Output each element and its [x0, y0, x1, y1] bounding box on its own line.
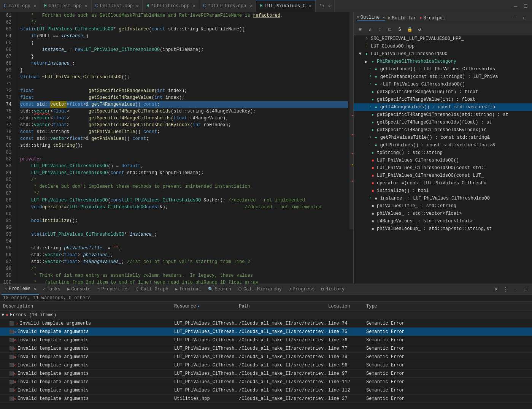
outline-item-gett4rangevalues[interactable]: s ● getT4RangeValues() : const std::vect… [354, 103, 532, 111]
outline-item-src-retrieval[interactable]: # SRC_RETRIEVAL_LUT_PHIVALUESOO_HPP_ [354, 35, 532, 43]
outline-item-ctor3[interactable]: ■ LUT_PhiValues_CiThresholdsOO(const LUT… [354, 172, 532, 179]
table-row[interactable]: ⬛✕ Invalid template arguments LUT_PhiVal… [0, 344, 532, 353]
outline-item-ctor2[interactable]: ■ LUT_PhiValues_CiThresholdsOO(const std… [354, 164, 532, 172]
maximize-panel-button[interactable]: □ [521, 14, 529, 22]
more-button[interactable]: ⋮ [502, 285, 510, 293]
table-row[interactable]: ⬛✕ Invalid template arguments LUT_PhiVal… [0, 369, 532, 378]
outline-item-getinstance2[interactable]: s ● getInstance(const std::string&) : LU… [354, 73, 532, 81]
editor-scrollbar[interactable] [348, 12, 353, 284]
column-header-type[interactable]: Type [365, 304, 410, 309]
code-line: if(NULL == instance_) [20, 33, 348, 40]
link-editor-button[interactable]: ⇄ [366, 25, 374, 34]
tab-utilities-hpp[interactable]: H *Utilities.hpp ✕ [143, 0, 199, 12]
table-row[interactable]: ⬛✕ Invalid template arguments LUT_PhiVal… [0, 336, 532, 344]
tab-console[interactable]: ▶ Console [64, 284, 94, 295]
sort-button[interactable]: ↕ [376, 25, 384, 34]
hide-fields-button[interactable]: □ [386, 25, 394, 34]
close-icon[interactable]: ✕ [85, 4, 87, 8]
code-content[interactable]: * Fortran code such as GetCloudMaskPhiTa… [17, 12, 348, 284]
outline-item-getphititle[interactable]: c ● getPhiValuesTitle() : const std::str… [354, 134, 532, 141]
tab-unittest-cpp[interactable]: C UnitTest.cpp ✕ [92, 0, 143, 12]
outline-item-gett4ci2[interactable]: ● getSpecificT4RangeCiThresholds(float) … [354, 119, 532, 126]
outline-close-icon[interactable]: ✕ [383, 15, 385, 20]
tab-search[interactable]: 🔍 Search [205, 284, 234, 295]
column-header-location[interactable]: Location [327, 304, 365, 309]
column-header-path[interactable]: Path [237, 304, 327, 309]
tab-call-hierarchy[interactable]: ⬡ Call Hierarchy [235, 284, 285, 295]
outline-item-t4range[interactable]: ■ t4RangeValues_ : std::vector<float> [354, 217, 532, 225]
tab-problems[interactable]: ⚠ Problems ✕ [2, 284, 39, 295]
table-row[interactable]: ⬛✕ Invalid template arguments Utilities.… [0, 395, 532, 403]
close-icon[interactable]: ✕ [33, 287, 36, 291]
outline-item-destructor[interactable]: s ● ~LUT_PhiValues_CiThresholdsOO() [354, 81, 532, 88]
outline-item-operator[interactable]: ■ operator =(const LUT_PhiValues_CiThres… [354, 179, 532, 187]
tab-history[interactable]: ⊟ History [318, 284, 348, 295]
field-icon: ■ [370, 203, 376, 209]
outline-item-class[interactable]: ▼ ● LUT_PhiValues_CiThresholdsOO [354, 50, 532, 58]
minimize-panel-button[interactable]: — [511, 14, 519, 22]
column-header-description[interactable]: Description [0, 304, 173, 309]
problems-table[interactable]: Description Resource ▲ Path Location Typ… [0, 302, 532, 409]
maximize-bottom-button[interactable]: □ [521, 285, 530, 293]
outline-item-gett4[interactable]: ● getSpecificT4RangeValue(int) : float [354, 96, 532, 103]
tab-utilities-cpp[interactable]: C *Utilities.cpp ✕ [199, 0, 256, 12]
table-row[interactable]: ⬛ ✕ Invalid template arguments LUT_PhiVa… [0, 319, 532, 328]
table-row[interactable]: ⬛✕ Invalid template arguments LUT_PhiVal… [0, 386, 532, 395]
tab-outline[interactable]: ≡ Outline ✕ [357, 15, 385, 21]
minimize-bottom-button[interactable]: — [511, 285, 520, 293]
table-row[interactable]: ⬛✕ Invalid template arguments LUT_PhiVal… [0, 378, 532, 386]
table-row[interactable]: ⬛✕ Invalid template arguments LUT_PhiVal… [0, 328, 532, 336]
code-line: const std::string& getPhiValuesTitle() c… [20, 128, 348, 135]
outline-item-getphi[interactable]: ● getSpecificPhiRangeValue(int) : float [354, 88, 532, 96]
outline-item-label: LUT_PhiValues_CiThresholdsOO() [377, 158, 459, 163]
outline-item-instance[interactable]: s ■ instance_ : LUT_PhiValues_CiThreshol… [354, 195, 532, 202]
code-editor[interactable]: 6162636465 6667686970 7172737475 7677787… [0, 12, 353, 284]
filter-button[interactable]: ▽ [492, 285, 500, 293]
minimize-editor-button[interactable]: — [511, 2, 520, 10]
outline-item-lookup[interactable]: ■ phiValuesLookup_ : std::map<std::strin… [354, 225, 532, 233]
close-icon[interactable]: ✕ [309, 4, 311, 8]
tab-tasks[interactable]: ✓ Tasks [40, 284, 64, 295]
enum-expand-icon[interactable]: ▶ [364, 59, 368, 65]
class-expand-icon[interactable]: ▼ [358, 51, 362, 57]
expand-icon [364, 219, 368, 224]
tab-lut-phi[interactable]: H LUT_PhiValues_C ✕ [256, 0, 315, 12]
outline-item-gett4byindex[interactable]: ● getSpecificT4RangeCiThresholdsByIndex(… [354, 126, 532, 134]
outline-item-clouds[interactable]: L LUT_CloudsOO.hpp [354, 43, 532, 50]
close-icon[interactable]: ✕ [34, 4, 36, 8]
outline-item-gett4ci1[interactable]: ● getSpecificT4RangeCiThresholds(std::st… [354, 111, 532, 119]
outline-item-getphivals[interactable]: c ● getPhiValues() : const std::vector<f… [354, 141, 532, 149]
outline-item-enum[interactable]: ▶ ● PhiRangesCiThresholdsCategory [354, 58, 532, 65]
hide-nonpublic-button[interactable]: 🔒 [405, 25, 414, 34]
hide-static-button[interactable]: S [395, 25, 404, 34]
refresh-button[interactable]: ↺ [415, 25, 424, 34]
error-group-header[interactable]: ▼ ● Errors (10 items) [0, 311, 532, 319]
close-icon[interactable]: ✕ [249, 4, 252, 8]
outline-tree[interactable]: # SRC_RETRIEVAL_LUT_PHIVALUESOO_HPP_ L L… [354, 35, 532, 284]
tab-breakpoints[interactable]: ● Breakpoi [419, 16, 445, 21]
tab-main-cpp[interactable]: C main.cpp ✕ [0, 0, 40, 12]
close-icon[interactable]: ✕ [193, 4, 195, 8]
outline-item-init[interactable]: ■ initialize() : bool [354, 187, 532, 195]
tab-properties[interactable]: ≡ Properties [94, 284, 132, 295]
collapse-all-button[interactable]: ⊟ [356, 25, 364, 34]
outline-item-ctor1[interactable]: ■ LUT_PhiValues_CiThresholdsOO() [354, 157, 532, 164]
column-header-resource[interactable]: Resource ▲ [173, 304, 237, 309]
tab-terminal[interactable]: ▶ Terminal [172, 284, 204, 295]
maximize-editor-button[interactable]: □ [521, 2, 530, 10]
outline-item-tostring[interactable]: ● toString() : std::string [354, 149, 532, 157]
outline-item-getinstance1[interactable]: s ● getInstance() : LUT_PhiValues_CiThre… [354, 65, 532, 73]
table-row[interactable]: ⬛✕ Invalid template arguments LUT_PhiVal… [0, 353, 532, 361]
tab-build-tar[interactable]: ⚙ Build Tar [388, 16, 416, 21]
outline-item-phititle[interactable]: ■ phiValuesTitle_ : std::string [354, 202, 532, 210]
tab-call-graph[interactable]: ⬡ Call Graph [133, 284, 172, 295]
close-icon[interactable]: ✕ [328, 4, 330, 8]
tab-unittest-hpp[interactable]: H UnitTest.hpp ✕ [40, 0, 92, 12]
tab-progress[interactable]: ↺ Progress [286, 284, 318, 295]
close-icon[interactable]: ✕ [136, 4, 138, 8]
code-line [20, 238, 348, 245]
tab-3[interactable]: *₃ ✕ [316, 0, 335, 12]
group-expand-icon[interactable]: ▼ [2, 312, 4, 318]
outline-item-phivals[interactable]: ■ phiValues_ : std::vector<float> [354, 210, 532, 217]
table-row[interactable]: ⬛✕ Invalid template arguments LUT_PhiVal… [0, 361, 532, 369]
